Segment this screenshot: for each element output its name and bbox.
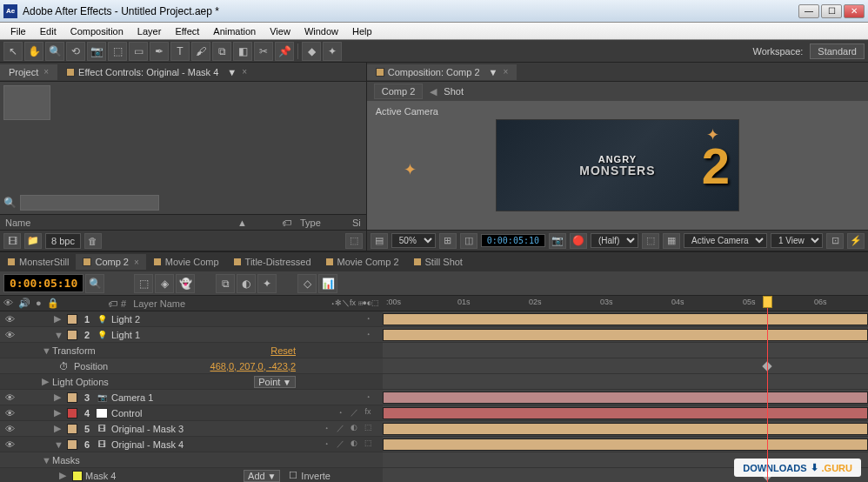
motion-blur-button[interactable]: ◐ <box>237 274 256 293</box>
hand-tool[interactable]: ✋ <box>24 42 43 61</box>
time-ruler[interactable]: :00s 01s 02s 03s 04s 05s 06s <box>383 296 868 311</box>
layer-row[interactable]: 👁 ▶ 1 💡 Light 2 ⬩ <box>0 311 383 327</box>
menu-file[interactable]: File <box>3 24 33 38</box>
visibility-toggle[interactable]: 👁 <box>3 330 16 340</box>
reset-link[interactable]: Reset <box>270 345 383 356</box>
label-color[interactable] <box>67 330 77 340</box>
mask-row[interactable]: ▶Mask 4 Add ▼ ☐Inverte <box>0 468 383 482</box>
layer-row[interactable]: 👁 ▶ 3 📷 Camera 1 ⬩ <box>0 390 383 405</box>
effect-controls-tab[interactable]: Effect Controls: Original - Mask 4▼× <box>57 64 256 80</box>
comp-nav-current[interactable]: Comp 2 <box>374 84 424 99</box>
timeline-tab[interactable]: Comp 2× <box>76 254 145 270</box>
selection-tool[interactable]: ↖ <box>3 42 23 61</box>
delete-button[interactable]: 🗑 <box>84 233 102 249</box>
layer-bar[interactable] <box>383 407 868 419</box>
layer-row[interactable]: 👁 ▶ 5 🎞 Original - Mask 3 ⬩／◐⬚ <box>0 421 383 437</box>
property-row[interactable]: ⏱Position468,0, 207,0, -423,2 <box>0 358 383 374</box>
close-icon[interactable]: × <box>503 67 508 77</box>
zoom-selector[interactable]: 50% <box>391 233 436 248</box>
resolution-selector[interactable]: (Half) <box>591 233 638 248</box>
workspace-selector[interactable]: Standard <box>810 44 865 59</box>
hide-shy-button[interactable]: 👻 <box>176 274 195 293</box>
show-channel-button[interactable]: 🔴 <box>570 233 587 249</box>
menu-effect[interactable]: Effect <box>168 24 206 38</box>
close-icon[interactable]: × <box>242 67 247 77</box>
interpret-footage-button[interactable]: 🎞 <box>3 233 21 249</box>
layer-row[interactable]: 👁 ▶ 4 Control ⬩／fx <box>0 405 383 421</box>
project-tab[interactable]: Project× <box>0 64 57 80</box>
expand-arrow-icon[interactable]: ▶ <box>54 313 64 325</box>
transparency-grid-button[interactable]: ▦ <box>663 233 680 249</box>
timeline-tab[interactable]: MonsterStill <box>0 254 76 270</box>
fast-preview-button[interactable]: ⚡ <box>847 233 865 249</box>
maximize-button[interactable]: ☐ <box>821 4 842 18</box>
roi-button[interactable]: ⬚ <box>642 233 659 249</box>
light-type-dropdown[interactable]: Point ▼ <box>254 376 296 388</box>
mask-mode-dropdown[interactable]: Add ▼ <box>244 470 280 482</box>
menu-view[interactable]: View <box>263 24 297 38</box>
property-group-row[interactable]: ▼Masks <box>0 452 383 468</box>
menu-help[interactable]: Help <box>345 24 379 38</box>
toggle-mask-button[interactable]: ◫ <box>460 233 477 249</box>
zoom-tool[interactable]: 🔍 <box>45 42 64 61</box>
timeline-tab[interactable]: Movie Comp 2 <box>318 254 406 270</box>
rotation-tool[interactable]: ⟲ <box>66 42 85 61</box>
view-layout-selector[interactable]: 1 View <box>771 233 823 248</box>
graph-editor-button[interactable]: 📊 <box>318 274 337 293</box>
pan-behind-tool[interactable]: ⬚ <box>108 42 127 61</box>
layer-row[interactable]: 👁 ▼ 2 💡 Light 1 ⬩ <box>0 327 383 343</box>
timeline-tab[interactable]: Title-Distressed <box>226 254 318 270</box>
layer-bar[interactable] <box>383 438 868 451</box>
menu-animation[interactable]: Animation <box>206 24 263 38</box>
comp-mini-flowchart[interactable]: ⬚ <box>134 274 153 293</box>
search-input[interactable] <box>20 195 159 211</box>
property-group-row[interactable]: ▶Light OptionsPoint ▼ <box>0 374 383 390</box>
clone-tool[interactable]: ⧉ <box>212 42 231 61</box>
close-button[interactable]: ✕ <box>844 4 865 18</box>
menu-layer[interactable]: Layer <box>130 24 169 38</box>
new-folder-button[interactable]: 📁 <box>24 233 42 249</box>
eraser-tool[interactable]: ◧ <box>233 42 252 61</box>
timeline-tracks[interactable]: :00s 01s 02s 03s 04s 05s 06s <box>383 296 868 482</box>
layer-bar[interactable] <box>383 329 868 341</box>
label-color[interactable] <box>67 314 77 325</box>
current-time-display[interactable]: 0:00:05:10 <box>481 234 545 247</box>
size-column[interactable]: Si <box>352 218 361 228</box>
snapshot-button[interactable]: 📷 <box>549 233 566 249</box>
menu-window[interactable]: Window <box>297 24 345 38</box>
property-group-row[interactable]: ▼TransformReset <box>0 343 383 358</box>
visibility-toggle[interactable]: 👁 <box>3 314 16 325</box>
name-column[interactable]: Name <box>5 218 237 228</box>
visibility-toggle[interactable]: 👁 <box>3 392 16 403</box>
draft-3d-button[interactable]: ◈ <box>155 274 174 293</box>
type-column[interactable]: Type <box>300 218 352 228</box>
view-camera-selector[interactable]: Active Camera <box>684 233 767 248</box>
timeline-tab[interactable]: Movie Comp <box>146 254 226 270</box>
brush-tool[interactable]: 🖌 <box>191 42 210 61</box>
comp-nav-prev[interactable]: Shot <box>444 86 464 97</box>
item-thumbnail[interactable] <box>3 85 50 120</box>
tool-option-1[interactable]: ◆ <box>302 42 321 61</box>
always-preview-button[interactable]: ▤ <box>371 233 388 249</box>
composition-viewer[interactable]: Active Camera ✦ ✦ ANGRY MONSTERS 2 <box>367 101 868 230</box>
tag-icon[interactable]: 🏷 <box>282 218 291 228</box>
menu-edit[interactable]: Edit <box>33 24 63 38</box>
stopwatch-icon[interactable]: ⏱ <box>59 361 69 372</box>
bpc-indicator[interactable]: 8 bpc <box>45 233 81 249</box>
frame-blend-button[interactable]: ⧉ <box>216 274 235 293</box>
timeline-timecode[interactable]: 0:00:05:10 <box>3 274 83 292</box>
pen-tool[interactable]: ✒ <box>150 42 169 61</box>
light-gizmo-icon[interactable]: ✦ <box>404 160 417 179</box>
brainstorm-button[interactable]: ✦ <box>257 274 277 293</box>
layer-bar[interactable] <box>383 392 868 404</box>
roto-tool[interactable]: ✂ <box>254 42 273 61</box>
tool-option-2[interactable]: ✦ <box>323 42 342 61</box>
minimize-button[interactable]: — <box>798 4 819 18</box>
search-layers-button[interactable]: 🔍 <box>85 274 104 293</box>
type-tool[interactable]: T <box>170 42 190 61</box>
pixel-aspect-button[interactable]: ⊡ <box>826 233 844 249</box>
layer-bar[interactable] <box>383 423 868 435</box>
grid-button[interactable]: ⊞ <box>439 233 457 249</box>
timeline-tab[interactable]: Still Shot <box>406 254 470 270</box>
auto-keyframe-button[interactable]: ◇ <box>297 274 317 293</box>
